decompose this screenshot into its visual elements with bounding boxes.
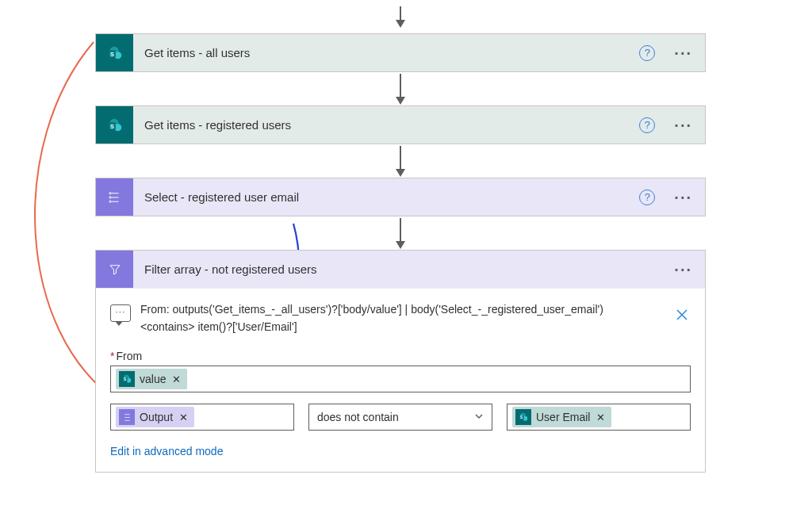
comment-line: From: outputs('Get_items_-_all_users')?[…: [140, 301, 664, 319]
filter-right-input[interactable]: S User Email ✕: [507, 404, 691, 431]
more-menu[interactable]: ···: [671, 117, 695, 133]
token-user-email[interactable]: S User Email ✕: [512, 407, 611, 427]
dismiss-comment-button[interactable]: [673, 306, 691, 323]
data-operation-icon: [96, 251, 133, 288]
svg-point-8: [109, 192, 110, 193]
help-icon[interactable]: ?: [639, 117, 655, 133]
action-card-get-items-registered[interactable]: S Get items - registered users ? ···: [95, 105, 706, 144]
svg-text:S: S: [124, 378, 126, 382]
card-title: Get items - registered users: [144, 118, 628, 132]
card-title: Get items - all users: [144, 46, 628, 59]
comment-icon: [110, 304, 131, 322]
data-operation-icon: [96, 178, 133, 216]
svg-text:S: S: [109, 122, 113, 129]
token-output[interactable]: Output ✕: [116, 407, 194, 427]
flow-arrow: [95, 144, 706, 178]
more-menu[interactable]: ···: [671, 45, 695, 61]
token-value[interactable]: S value ✕: [116, 369, 187, 389]
data-operation-icon: [119, 409, 135, 425]
advanced-mode-link[interactable]: Edit in advanced mode: [110, 445, 223, 457]
token-remove[interactable]: ✕: [596, 412, 605, 423]
help-icon[interactable]: ?: [639, 190, 655, 205]
flow-arrow: [95, 0, 706, 33]
sharepoint-icon: S: [119, 371, 135, 387]
card-title: Filter array - not registered users: [144, 262, 660, 276]
action-card-filter-array: Filter array - not registered users ··· …: [95, 250, 706, 473]
flow-arrow: [95, 72, 706, 105]
operator-value: does not contain: [317, 411, 399, 423]
from-input[interactable]: S value ✕: [110, 366, 691, 392]
token-label: Output: [140, 411, 173, 423]
action-comment: From: outputs('Get_items_-_all_users')?[…: [110, 301, 691, 335]
chevron-down-icon: [474, 411, 484, 423]
svg-point-10: [109, 201, 110, 202]
token-label: value: [140, 373, 166, 385]
token-label: User Email: [536, 411, 590, 423]
filter-left-input[interactable]: Output ✕: [110, 404, 294, 431]
flow-arrow: [95, 216, 706, 250]
action-card-select[interactable]: Select - registered user email ? ···: [95, 178, 706, 216]
sharepoint-icon: S: [96, 34, 133, 71]
svg-text:S: S: [109, 50, 113, 57]
help-icon[interactable]: ?: [639, 45, 655, 61]
token-remove[interactable]: ✕: [179, 412, 188, 423]
action-card-get-items-all[interactable]: S Get items - all users ? ···: [95, 33, 706, 72]
filter-operator-select[interactable]: does not contain: [308, 404, 492, 431]
svg-text:S: S: [520, 416, 523, 420]
action-card-filter-header[interactable]: Filter array - not registered users ···: [96, 251, 705, 288]
from-field-label: *From: [110, 350, 691, 362]
token-remove[interactable]: ✕: [172, 373, 181, 385]
more-menu[interactable]: ···: [671, 262, 695, 278]
sharepoint-icon: S: [515, 409, 531, 425]
svg-point-9: [109, 196, 110, 197]
card-title: Select - registered user email: [144, 190, 628, 204]
sharepoint-icon: S: [96, 106, 133, 144]
comment-line: <contains> item()?['User/Email']: [140, 319, 664, 336]
more-menu[interactable]: ···: [671, 190, 695, 205]
